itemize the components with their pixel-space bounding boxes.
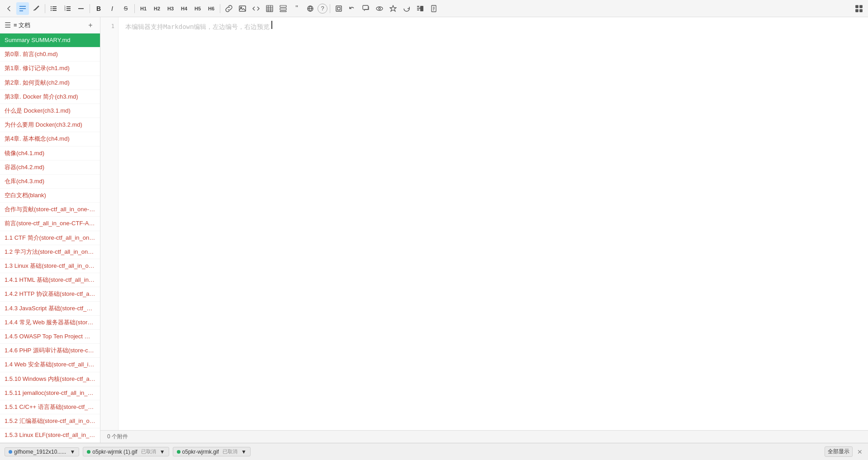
svg-rect-10 [66,6,71,7]
sidebar-item-ch0[interactable]: 第0章. 前言(ch0.md) [0,47,100,62]
top-right-icon[interactable] [853,2,865,15]
format-button[interactable] [16,2,29,15]
doc-button[interactable] [427,2,440,15]
h4-button[interactable]: H4 [178,2,190,15]
sidebar-item-ctf-1-3[interactable]: 1.3 Linux 基础(store-ctf_all_in_one-CTF-Al… [0,259,100,273]
sidebar-item-ch3-1[interactable]: 什么是 Docker(ch3.1.md) [0,104,100,118]
image-button[interactable] [236,2,249,15]
svg-point-5 [51,8,52,9]
bottom-bar: gifhome_1912x10...... ▼ o5pkr-wjrmk (1).… [0,443,868,460]
bottom-item-1[interactable]: gifhome_1912x10...... ▼ [5,447,79,456]
toolbar: 1.2.3. B I S H1 H2 H3 H4 H5 H6 " ? [0,0,868,17]
svg-rect-44 [855,9,859,12]
sidebar-add-button[interactable]: + [85,20,95,30]
minus-button[interactable] [75,2,87,15]
sidebar-item-ctf-1-5-1[interactable]: 1.5.1 C/C++ 语言基础(store-ctf_all_in_one- [0,400,100,414]
sidebar-item-ch4[interactable]: 第4章. 基本概念(ch4.md) [0,132,100,146]
bottom-close-button[interactable]: ✕ [856,448,863,455]
sidebar-item-summary[interactable]: Summary SUMMARY.md [0,33,100,47]
sep4 [220,4,220,13]
h5-button[interactable]: H5 [191,2,204,15]
sidebar-item-ctf-1-1[interactable]: 1.1 CTF 简介(store-ctf_all_in_one-CTF-All-… [0,231,100,245]
svg-rect-12 [66,8,71,9]
sidebar-item-ctf-1-4-4[interactable]: 1.4.4 常见 Web 服务器基础(store-ctf_all_ir [0,316,100,330]
bottom-item-3-dot [177,450,180,454]
list-ordered-button[interactable]: 1.2.3. [61,2,74,15]
table-layout-button[interactable] [277,2,289,15]
strikethrough-button[interactable]: S [119,2,132,15]
line-numbers: 1 [100,17,119,430]
sidebar-item-ch1[interactable]: 第1章. 修订记录(ch1.md) [0,62,100,76]
svg-rect-34 [417,6,419,7]
svg-rect-1 [19,8,26,9]
sidebar-item-ctf-1-4-3[interactable]: 1.4.3 JavaScript 基础(store-ctf_all_in_one… [0,302,100,316]
attachment-count: 0 个附件 [107,433,128,441]
h1-button[interactable]: H1 [137,2,150,15]
sidebar-item-ctf-1-4-6[interactable]: 1.4.6 PHP 源码审计基础(store-ctf_all_in_o [0,344,100,358]
main-area: ☰ ≡ 文档 + Summary SUMMARY.md第0章. 前言(ch0.m… [0,17,868,443]
sidebar-item-ch2[interactable]: 第2章. 如何贡献(ch2.md) [0,76,100,90]
quote-button[interactable]: " [290,2,303,15]
sidebar-header-title: ≡ 文档 [14,21,83,29]
svg-rect-35 [417,8,420,9]
sidebar-item-ctf-preface[interactable]: 前言(store-ctf_all_in_one-CTF-All-In-One-m… [0,217,100,231]
h3-button[interactable]: H3 [164,2,177,15]
sidebar-item-blank[interactable]: 空白文档(blank) [0,189,100,203]
bottom-item-2[interactable]: o5pkr-wjrmk (1).gif 已取消 ▼ [83,447,169,456]
show-all-button[interactable]: 全部显示 [825,446,853,457]
earth-button[interactable] [304,2,317,15]
sidebar-item-ch3[interactable]: 第3章. Docker 简介(ch3.md) [0,90,100,104]
sidebar-header: ☰ ≡ 文档 + [0,17,100,33]
format2-button[interactable] [414,2,427,15]
sidebar-item-ctf-1-5-2[interactable]: 1.5.2 汇编基础(store-ctf_all_in_one-CTF-All- [0,414,100,428]
line-number-1: 1 [100,22,118,31]
sidebar-item-ctf-1-4-2[interactable]: 1.4.2 HTTP 协议基础(store-ctf_all_in_one-C [0,287,100,301]
svg-rect-37 [420,6,423,11]
sidebar-item-ctf-1-2[interactable]: 1.2 学习方法(store-ctf_all_in_one-CTF-All-In [0,245,100,259]
table-insert-button[interactable] [263,2,276,15]
help-button[interactable]: ? [318,4,327,14]
bottom-item-3-label: o5pkr-wjrmk.gif [182,449,219,455]
sidebar-item-ctf-1-4-1[interactable]: 1.4.1 HTML 基础(store-ctf_all_in_one-CTF-A [0,273,100,287]
sidebar-item-ch3-2[interactable]: 为什么要用 Docker(ch3.2.md) [0,118,100,132]
bottom-item-2-label: o5pkr-wjrmk (1).gif [92,449,137,455]
bottom-item-3-sub: 已取消 [223,448,237,455]
svg-rect-28 [336,6,342,11]
sidebar-item-ch4-1[interactable]: 镜像(ch4.1.md) [0,147,100,161]
link-button[interactable] [223,2,235,15]
svg-point-31 [376,7,383,10]
pen-button[interactable] [30,2,43,15]
sidebar-list: Summary SUMMARY.md第0章. 前言(ch0.md)第1章. 修订… [0,33,100,443]
svg-rect-45 [859,9,863,12]
bottom-item-2-dot [87,450,90,454]
frame-button[interactable] [332,2,345,15]
list-unordered-button[interactable] [47,2,60,15]
h6-button[interactable]: H6 [205,2,218,15]
back-button[interactable] [3,2,15,15]
code-button[interactable] [250,2,262,15]
svg-rect-15 [78,8,84,9]
sidebar-item-ctf-1-4-5[interactable]: 1.4.5 OWASP Top Ten Project 漏洞基础 [0,330,100,344]
editor-text-area[interactable]: 本编辑器支持Markdown编辑，左边编号，右边预览 [119,17,868,430]
refresh-button[interactable] [400,2,413,15]
star-button[interactable] [387,2,399,15]
svg-rect-42 [855,5,859,8]
sidebar-item-ctf-1-4-web[interactable]: 1.4 Web 安全基础(store-ctf_all_in_one-CTF [0,358,100,372]
bold-button[interactable]: B [92,2,105,15]
editor-content: 1 本编辑器支持Markdown编辑，左边编号，右边预览 [100,17,868,430]
bottom-item-1-arrow: ▼ [70,449,75,455]
status-bar: 0 个附件 [100,430,868,443]
svg-rect-36 [417,9,419,10]
italic-button[interactable]: I [106,2,119,15]
h2-button[interactable]: H2 [151,2,163,15]
sidebar-item-ch4-3[interactable]: 仓库(ch4.3.md) [0,175,100,189]
sidebar-item-ch4-2[interactable]: 容器(ch4.2.md) [0,161,100,175]
chat-button[interactable] [360,2,372,15]
undo-button[interactable] [346,2,359,15]
preview-button[interactable] [373,2,386,15]
sidebar-item-ctf-1-5-3[interactable]: 1.5.3 Linux ELF(store-ctf_all_in_one-Al [0,428,100,442]
sidebar-item-ctf-1-5-10[interactable]: 1.5.10 Windows 内核(store-ctf_all_in_one-C [0,372,100,386]
sidebar-item-ctf-collab[interactable]: 合作与贡献(store-ctf_all_in_one-CTF-All-In-C [0,203,100,217]
sidebar-item-ctf-1-5-11[interactable]: 1.5.11 jemalloc(store-ctf_all_in_one-CTF… [0,386,100,400]
bottom-item-3[interactable]: o5pkr-wjrmk.gif 已取消 ▼ [173,447,251,456]
